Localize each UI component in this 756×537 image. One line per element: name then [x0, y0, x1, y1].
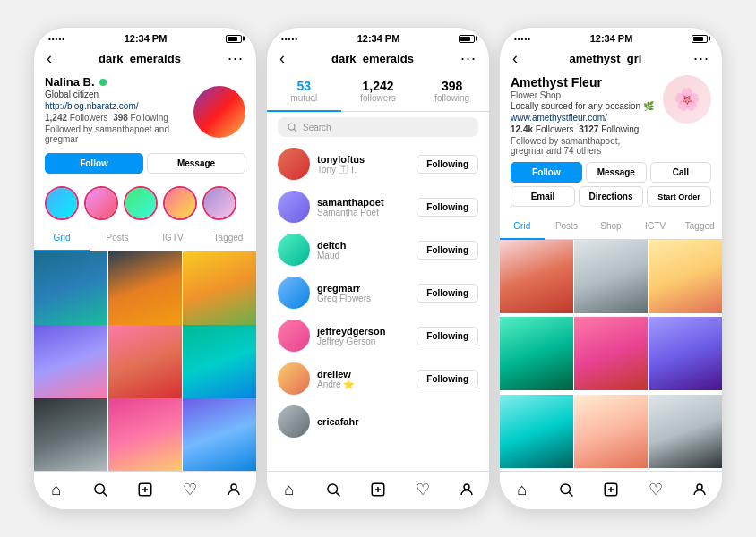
search-icon-1[interactable] [87, 479, 114, 500]
grid-cell-2[interactable] [108, 251, 182, 325]
following-btn-2[interactable]: Following [417, 198, 478, 217]
story-5[interactable] [202, 186, 236, 220]
email-button-3[interactable]: Email [511, 186, 575, 207]
grid-cell-3[interactable] [183, 251, 256, 325]
signal-dots-1: ••••• [48, 35, 65, 43]
search-placeholder: Search [303, 123, 331, 132]
following-btn-5[interactable]: Following [417, 327, 478, 345]
story-4[interactable] [163, 186, 197, 220]
biz-header: Amethyst Fleur Flower Shop Locally sourc… [500, 72, 722, 214]
story-2[interactable] [84, 186, 118, 220]
grid-cell-7[interactable] [34, 398, 107, 471]
tab-shop-3[interactable]: Shop [588, 214, 633, 240]
verified-dot [99, 79, 107, 86]
heart-icon-1[interactable]: ♡ [176, 479, 203, 500]
follower-username-2[interactable]: samanthapoet [317, 197, 409, 208]
grid-cell-f9[interactable] [649, 395, 722, 468]
profile-icon-2[interactable] [453, 479, 480, 500]
heart-icon-2[interactable]: ♡ [409, 479, 436, 500]
follower-username-3[interactable]: deitch [317, 240, 409, 251]
follower-username-5[interactable]: jeffreydgerson [317, 326, 409, 337]
story-3[interactable] [124, 186, 158, 220]
home-icon-2[interactable]: ⌂ [276, 479, 303, 500]
username-2: dark_emeralds [331, 52, 414, 65]
more-button-2[interactable]: ··· [460, 49, 477, 68]
time-2: 12:34 PM [357, 33, 400, 44]
add-icon-2[interactable] [365, 479, 391, 500]
biz-link[interactable]: www.amethystfleur.com/ [511, 113, 654, 123]
grid-cell-9[interactable] [183, 398, 256, 471]
followers-tab[interactable]: 1,242 followers [341, 72, 416, 112]
following-btn-6[interactable]: Following [417, 370, 478, 388]
bio-1: Global citizen [45, 89, 193, 101]
grid-cell-f8[interactable] [574, 395, 648, 468]
grid-cell-1[interactable] [34, 251, 107, 325]
story-1[interactable] [45, 186, 79, 220]
follower-avatar-7 [278, 405, 310, 438]
grid-cell-f5[interactable] [574, 317, 648, 390]
tab-grid-1[interactable]: Grid [34, 226, 90, 251]
tab-grid-3[interactable]: Grid [500, 214, 545, 240]
tab-tagged-3[interactable]: Tagged [677, 214, 722, 240]
phone-2: ••••• 12:34 PM ‹ dark_emeralds ··· 53 mu… [266, 27, 490, 510]
search-icon-3[interactable] [553, 479, 580, 500]
following-tab[interactable]: 398 following [415, 72, 489, 112]
search-bar[interactable]: Search [278, 117, 478, 137]
grid-cell-f7[interactable] [500, 395, 573, 468]
message-button-1[interactable]: Message [147, 153, 245, 174]
grid-cell-8[interactable] [108, 398, 182, 471]
tab-posts-3[interactable]: Posts [545, 214, 589, 240]
back-button-1[interactable]: ‹ [47, 49, 52, 68]
tabs-1: Grid Posts IGTV Tagged [34, 226, 256, 251]
home-icon-1[interactable]: ⌂ [43, 479, 70, 500]
link-1[interactable]: http://blog.nbaratz.com/ [45, 101, 193, 111]
tab-posts-1[interactable]: Posts [90, 226, 145, 251]
back-button-2[interactable]: ‹ [279, 49, 285, 68]
search-icon-2b[interactable] [320, 479, 347, 500]
start-order-button-3[interactable]: Start Order [647, 186, 711, 207]
add-icon-1[interactable] [132, 479, 159, 500]
follower-username-6[interactable]: drellew [317, 369, 409, 379]
follow-button-3[interactable]: Follow [511, 162, 582, 183]
grid-cell-f1[interactable] [500, 240, 573, 313]
follower-avatar-6 [278, 362, 310, 395]
follower-name-1: Tony 🇹 T. [317, 165, 409, 175]
follower-username-4[interactable]: gregmarr [317, 283, 409, 294]
tab-igtv-1[interactable]: IGTV [145, 226, 201, 251]
follower-username-7[interactable]: ericafahr [317, 416, 478, 427]
photo-grid-3 [500, 240, 722, 471]
mutual-label: mutual [271, 93, 338, 103]
grid-cell-f3[interactable] [649, 240, 722, 313]
directions-button-3[interactable]: Directions [579, 186, 643, 207]
following-btn-1[interactable]: Following [417, 155, 478, 174]
biz-btn-row-1: Follow Message Call [511, 162, 711, 183]
grid-cell-5[interactable] [108, 325, 182, 398]
more-button-1[interactable]: ··· [228, 49, 244, 68]
tab-igtv-3[interactable]: IGTV [633, 214, 678, 240]
home-icon-3[interactable]: ⌂ [509, 479, 536, 500]
tab-tagged-1[interactable]: Tagged [201, 226, 256, 251]
profile-icon-3[interactable] [686, 479, 713, 500]
follow-button-1[interactable]: Follow [45, 153, 143, 174]
grid-cell-f6[interactable] [649, 317, 722, 390]
call-button-3[interactable]: Call [650, 162, 711, 183]
heart-icon-3[interactable]: ♡ [642, 479, 669, 500]
back-button-3[interactable]: ‹ [512, 49, 518, 68]
message-button-3[interactable]: Message [586, 162, 647, 183]
following-btn-4[interactable]: Following [417, 284, 478, 303]
grid-cell-4[interactable] [34, 325, 107, 398]
grid-cell-f4[interactable] [500, 317, 573, 390]
follower-info-4: gregmarr Greg Flowers [317, 283, 409, 303]
follower-avatar-2 [278, 191, 310, 223]
add-icon-3[interactable] [597, 479, 624, 500]
follower-info-2: samanthapoet Samantha Poet [317, 197, 409, 217]
grid-cell-f2[interactable] [574, 240, 648, 313]
battery-1 [226, 35, 242, 43]
biz-avatar: 🌸 [663, 75, 711, 124]
mutual-tab[interactable]: 53 mutual [267, 72, 341, 112]
following-btn-3[interactable]: Following [417, 241, 478, 260]
profile-icon-1[interactable] [220, 479, 247, 500]
more-button-3[interactable]: ··· [693, 49, 709, 68]
follower-username-1[interactable]: tonyloftus [317, 154, 409, 165]
grid-cell-6[interactable] [183, 325, 256, 398]
